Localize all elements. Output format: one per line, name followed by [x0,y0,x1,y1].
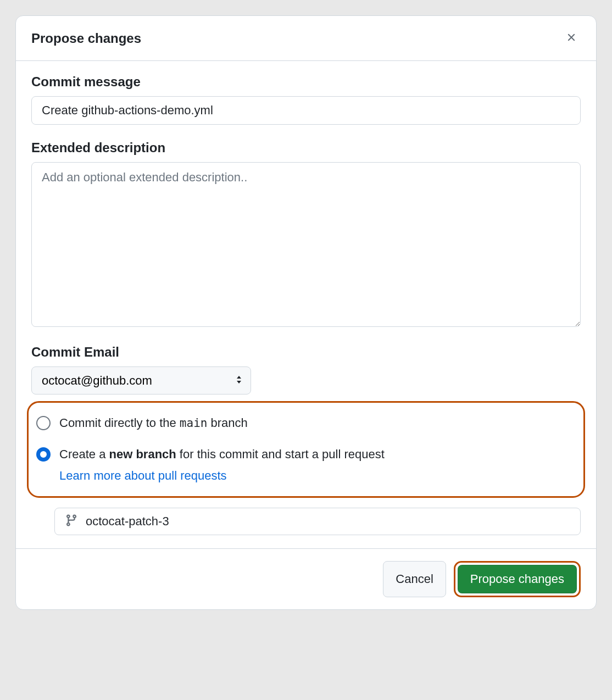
radio-commit-direct[interactable]: Commit directly to the main branch [31,412,581,435]
extended-description-group: Extended description [31,140,581,329]
extended-description-input[interactable] [31,162,581,327]
commit-email-select[interactable]: octocat@github.com [31,366,251,395]
radio-create-branch[interactable]: Create a new branch for this commit and … [31,443,581,488]
radio-icon [36,416,51,430]
git-branch-icon [65,514,78,529]
radio-create-branch-label: Create a new branch for this commit and … [59,446,385,485]
branch-name-input-wrap [54,508,581,535]
dialog-footer: Cancel Propose changes [16,548,596,609]
learn-more-link[interactable]: Learn more about pull requests [59,468,385,485]
commit-email-label: Commit Email [31,345,581,360]
propose-changes-dialog: Propose changes Commit message Extended … [15,15,597,610]
dialog-body: Commit message Extended description Comm… [16,61,596,548]
commit-message-label: Commit message [31,74,581,90]
submit-highlight: Propose changes [454,561,581,597]
dialog-header: Propose changes [16,16,596,61]
commit-message-input[interactable] [31,96,581,125]
radio-icon-selected [36,447,51,462]
close-icon [565,31,577,45]
commit-message-group: Commit message [31,74,581,125]
cancel-button[interactable]: Cancel [383,561,446,597]
branch-choice-group: Commit directly to the main branch Creat… [27,401,585,498]
close-button[interactable] [562,28,581,48]
dialog-title: Propose changes [31,31,141,46]
radio-commit-direct-label: Commit directly to the main branch [59,415,248,432]
propose-changes-button[interactable]: Propose changes [458,565,577,593]
commit-email-select-wrap: octocat@github.com [31,366,251,395]
extended-description-label: Extended description [31,140,581,155]
commit-email-group: Commit Email octocat@github.com [31,345,581,395]
branch-name-input[interactable] [85,514,570,529]
